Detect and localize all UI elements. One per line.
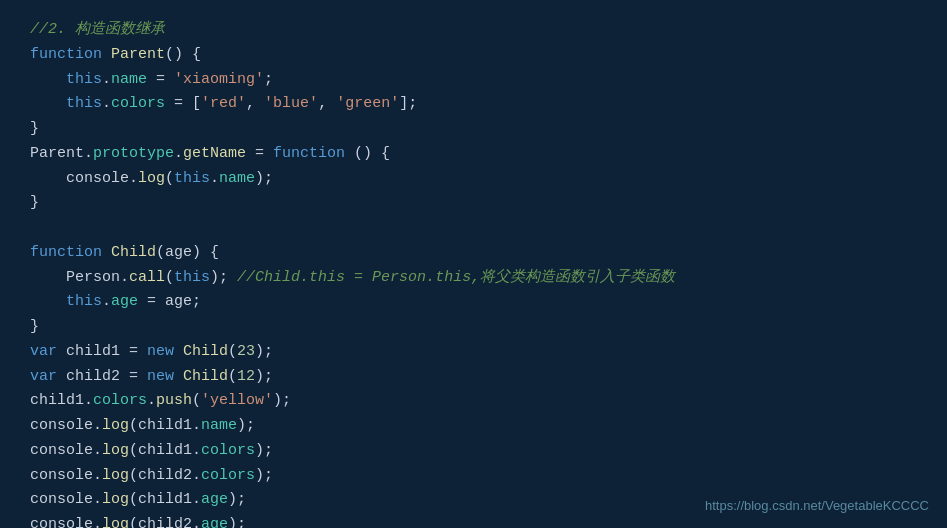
code-line-5: }	[30, 117, 917, 142]
code-line-15: child1.colors.push('yellow');	[30, 389, 917, 414]
code-line-8: }	[30, 191, 917, 216]
code-line-blank1	[30, 216, 917, 241]
code-line-14: var child2 = new Child(12);	[30, 365, 917, 390]
watermark: https://blog.csdn.net/VegetableKCCCC	[705, 495, 929, 516]
code-line-4: this.colors = ['red', 'blue', 'green'];	[30, 92, 917, 117]
code-line-13: var child1 = new Child(23);	[30, 340, 917, 365]
code-line-3: this.name = 'xiaoming';	[30, 68, 917, 93]
code-line-18: console.log(child2.colors);	[30, 464, 917, 489]
code-line-17: console.log(child1.colors);	[30, 439, 917, 464]
code-line-11: this.age = age;	[30, 290, 917, 315]
code-line-9: function Child(age) {	[30, 241, 917, 266]
comment-line-1: //2. 构造函数继承	[30, 18, 917, 43]
code-line-10: Person.call(this); //Child.this = Person…	[30, 266, 917, 291]
code-line-2: function Parent() {	[30, 43, 917, 68]
code-line-7: console.log(this.name);	[30, 167, 917, 192]
code-line-12: }	[30, 315, 917, 340]
code-line-16: console.log(child1.name);	[30, 414, 917, 439]
code-line-6: Parent.prototype.getName = function () {	[30, 142, 917, 167]
code-block: //2. 构造函数继承 function Parent() { this.nam…	[0, 0, 947, 528]
